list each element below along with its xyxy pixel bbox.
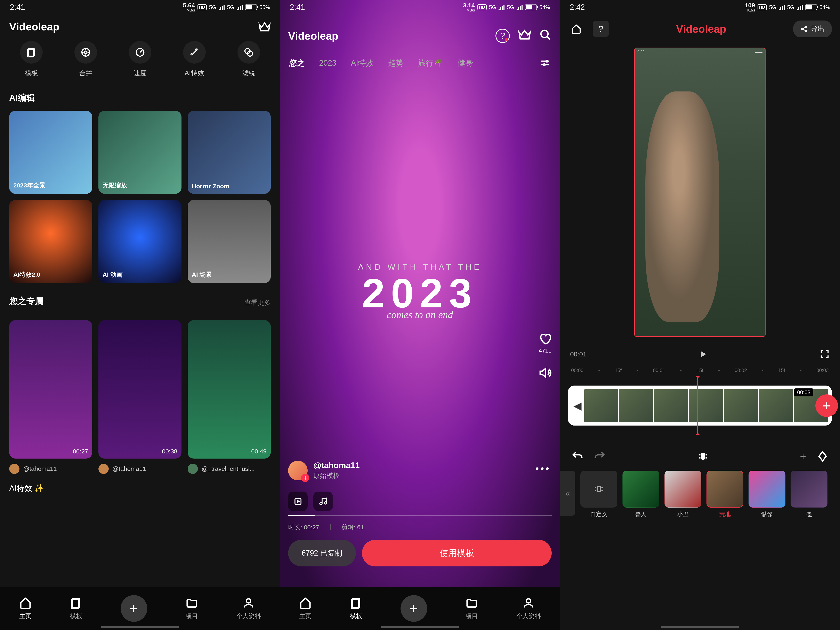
tool-merge[interactable]: 合并 <box>74 41 97 78</box>
tool-ai-fx[interactable]: AI特效 <box>183 41 206 78</box>
sound-button[interactable] <box>538 366 552 379</box>
status-bar: 2:42 109KB/s HD 5G 5G 54% <box>560 0 840 14</box>
hd-icon: HD <box>197 4 207 10</box>
bottom-nav: 主页 模板 + 项目 个人资料 <box>280 587 560 630</box>
filter-clown[interactable]: 小丑 <box>665 471 701 518</box>
nav-templates[interactable]: 模板 <box>70 597 82 621</box>
create-button[interactable]: + <box>121 595 147 622</box>
author-link[interactable]: @_travel_enthusi... <box>188 464 271 474</box>
tab-travel[interactable]: 旅行🌴 <box>418 58 443 68</box>
filter-wasteland[interactable]: 荒地 <box>706 471 744 518</box>
video-pill-icon[interactable] <box>288 491 308 511</box>
template-text-overlay: AND WITH THAT THE 2023 comes to an end <box>280 262 560 321</box>
svg-point-9 <box>246 599 251 603</box>
author-link[interactable]: @tahoma11 <box>98 464 182 474</box>
playhead[interactable] <box>697 378 698 433</box>
tab-fitness[interactable]: 健身 <box>458 58 473 68</box>
nav-home[interactable]: 主页 <box>19 597 32 621</box>
more-options-button[interactable]: ••• <box>535 463 551 474</box>
filter-custom[interactable]: 自定义 <box>580 471 617 518</box>
export-button[interactable]: 导出 <box>793 21 832 37</box>
editor-screen: 2:42 109KB/s HD 5G 5G 54% ? Videoleap 导出… <box>560 0 840 630</box>
app-brand: Videoleap <box>9 21 60 33</box>
clip-duration: 00:03 <box>794 388 813 396</box>
category-tabs: 您之 2023 AI特效 趋势 旅行🌴 健身 <box>280 57 560 68</box>
home-indicator <box>101 626 179 628</box>
tab-you[interactable]: 您之 <box>289 58 305 68</box>
signal-icon <box>237 4 243 10</box>
app-brand: Videoleap <box>288 30 338 42</box>
nav-home[interactable]: 主页 <box>299 597 311 621</box>
premium-crown-icon[interactable] <box>258 22 271 32</box>
use-template-button[interactable]: 使用模板 <box>362 540 552 567</box>
home-button[interactable] <box>568 21 584 37</box>
playback-progress[interactable] <box>288 515 552 516</box>
status-time: 2:41 <box>10 3 25 12</box>
tool-speed[interactable]: 速度 <box>129 41 152 78</box>
template-card[interactable]: 00:49 <box>188 320 271 459</box>
app-brand: Videoleap <box>676 23 726 35</box>
help-icon[interactable]: ? <box>496 29 510 43</box>
template-card[interactable]: 00:27 <box>9 320 92 459</box>
home-indicator <box>381 626 459 628</box>
section-ai-fx: AI特效 ✨ <box>0 474 280 498</box>
section-ai-edit: AI编辑 <box>9 92 271 104</box>
tool-templates[interactable]: 模板 <box>20 41 43 78</box>
filter-orc[interactable]: 兽人 <box>622 471 659 518</box>
nav-projects[interactable]: 项目 <box>466 597 478 621</box>
author-link[interactable]: @tahoma11 <box>9 464 92 474</box>
search-icon[interactable] <box>539 29 552 41</box>
nav-profile[interactable]: 个人资料 <box>236 597 261 621</box>
copied-count-pill[interactable]: 6792 已复制 <box>288 540 356 567</box>
template-meta: 时长: 00:27 | 剪辑: 61 <box>288 523 364 532</box>
tool-filters[interactable]: 滤镜 <box>237 41 260 78</box>
play-button[interactable] <box>698 349 708 359</box>
see-more-link[interactable]: 查看更多 <box>245 298 271 307</box>
svg-point-11 <box>546 60 548 62</box>
ai-card[interactable]: 2023年全景 <box>9 111 92 194</box>
undo-button[interactable] <box>571 450 583 463</box>
music-pill-icon[interactable] <box>313 491 333 511</box>
ai-card[interactable]: Horror Zoom <box>188 111 271 194</box>
filter-sliders-icon[interactable] <box>540 57 551 68</box>
timeline[interactable]: ◀ 00:03 + <box>568 385 832 426</box>
section-for-you: 您之专属 <box>9 295 44 307</box>
help-button[interactable]: ? <box>593 21 609 37</box>
fullscreen-button[interactable] <box>819 349 830 359</box>
tab-2023[interactable]: 2023 <box>319 58 336 68</box>
ai-card[interactable]: AI 场景 <box>188 200 271 283</box>
clip-strip[interactable]: ◀ 00:03 <box>568 385 832 426</box>
svg-point-16 <box>526 599 531 603</box>
avatar[interactable] <box>288 461 308 480</box>
video-preview[interactable]: 9:39▬▬ <box>634 47 766 337</box>
create-button[interactable]: + <box>401 595 427 622</box>
svg-point-10 <box>541 30 548 38</box>
tab-trend[interactable]: 趋势 <box>388 58 404 68</box>
keyframe-button[interactable] <box>816 450 829 463</box>
time-ruler: 00:00• 15f• 00:01• 15f• 00:02• 15f• 00:0… <box>560 368 840 373</box>
nav-projects[interactable]: 项目 <box>186 597 198 621</box>
nav-templates[interactable]: 模板 <box>350 597 362 621</box>
home-indicator <box>661 626 739 628</box>
home-screen: 2:41 5.64MB/s HD 5G 5G 55% Videoleap 模板 … <box>0 0 280 630</box>
status-bar: 2:41 5.64MB/s HD 5G 5G 55% <box>0 0 280 14</box>
premium-crown-icon[interactable] <box>518 29 531 40</box>
split-button[interactable] <box>697 450 709 463</box>
clip-trim-left-icon[interactable]: ◀ <box>572 400 583 411</box>
battery-icon <box>245 4 257 10</box>
redo-button[interactable] <box>594 450 606 463</box>
filter-skull[interactable]: 骷髅 <box>748 471 785 518</box>
template-card[interactable]: 00:38 <box>98 320 182 459</box>
filter-drawer-button[interactable]: « <box>560 471 575 516</box>
filter-strip: « 自定义 兽人 小丑 荒地 骷髅 僵 <box>560 471 840 518</box>
filter-zombie[interactable]: 僵 <box>791 471 827 518</box>
ai-card[interactable]: 无限缩放 <box>98 111 182 194</box>
add-clip-button[interactable]: + <box>815 394 838 417</box>
author-block[interactable]: @tahoma11 原始模板 <box>288 461 360 480</box>
ai-card[interactable]: AI 动画 <box>98 200 182 283</box>
like-button[interactable]: 4711 <box>538 332 552 354</box>
current-time: 00:01 <box>570 351 587 358</box>
tab-ai[interactable]: AI特效 <box>351 58 374 68</box>
nav-profile[interactable]: 个人资料 <box>516 597 541 621</box>
ai-card[interactable]: AI特效2.0 <box>9 200 92 283</box>
